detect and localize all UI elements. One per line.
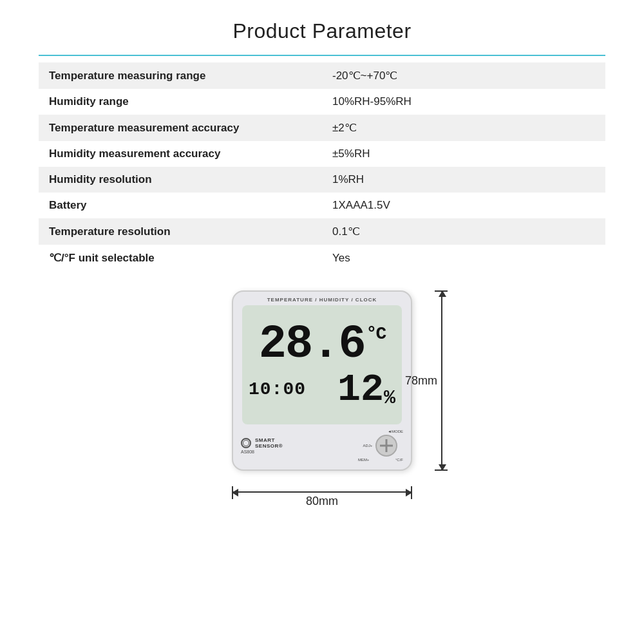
param-value: 1XAAA1.5V — [322, 193, 605, 218]
param-label: Humidity resolution — [39, 167, 322, 193]
cross-v — [386, 439, 388, 452]
table-row: Humidity resolution1%RH — [39, 167, 605, 193]
brand-name: SMARTSENSOR® — [255, 437, 283, 449]
brand-model: AS808 — [241, 450, 254, 454]
param-label: Temperature resolution — [39, 218, 322, 245]
param-label: ℃/°F unit selectable — [39, 245, 322, 271]
temp-display: 28.6°C — [259, 321, 385, 368]
param-label: Temperature measuring range — [39, 62, 322, 89]
table-row: Temperature resolution0.1℃ — [39, 218, 605, 245]
page-container: Product Parameter Temperature measuring … — [0, 0, 644, 644]
lcd-screen: 28.6°C 10:00 12% — [242, 305, 402, 424]
brand-area: SMARTSENSOR® AS808 — [241, 437, 283, 454]
temp-unit: °C — [366, 325, 386, 343]
mem-label: MEM+ — [358, 458, 370, 462]
param-value: 0.1℃ — [322, 218, 605, 245]
nav-cross[interactable] — [375, 434, 398, 457]
param-label: Humidity measurement accuracy — [39, 141, 322, 167]
nav-labels-bottom: MEM+ °C/F — [358, 458, 403, 462]
param-label: Temperature measurement accuracy — [39, 115, 322, 141]
divider — [39, 55, 605, 56]
table-row: Temperature measuring range-20℃~+70℃ — [39, 62, 605, 89]
nav-button-area: ◄MODE ADJ+ — [358, 430, 403, 462]
width-label: 80mm — [306, 495, 338, 508]
device-body: TEMPERATURE / HUMIDITY / CLOCK 28.6°C 10… — [232, 290, 412, 471]
param-value: ±5%RH — [322, 141, 605, 167]
device-wrapper: TEMPERATURE / HUMIDITY / CLOCK 28.6°C 10… — [232, 290, 412, 471]
table-row: Temperature measurement accuracy±2℃ — [39, 115, 605, 141]
tick-right — [411, 486, 412, 499]
param-value: ±2℃ — [322, 115, 605, 141]
params-table: Temperature measuring range-20℃~+70℃Humi… — [39, 62, 605, 271]
nav-circle — [375, 435, 397, 457]
param-value: -20℃~+70℃ — [322, 62, 605, 89]
adj-label: ADJ+ — [363, 444, 373, 448]
param-value: Yes — [322, 245, 605, 271]
tick-left — [232, 486, 233, 499]
height-label: 78mm — [405, 374, 437, 388]
humidity-unit: % — [384, 388, 395, 408]
param-label: Humidity range — [39, 89, 322, 115]
bottom-row: 10:00 12% — [249, 370, 395, 409]
param-label: Battery — [39, 193, 322, 218]
table-row: Battery1XAAA1.5V — [39, 193, 605, 218]
humidity-display: 12% — [337, 370, 395, 409]
arrow-top — [439, 290, 446, 297]
cf-label: °C/F — [395, 458, 403, 462]
table-row: Humidity measurement accuracy±5%RH — [39, 141, 605, 167]
time-display: 10:00 — [249, 379, 306, 399]
nav-labels-top: ◄MODE — [358, 430, 403, 433]
bottom-line — [232, 491, 412, 493]
brand-icon — [241, 438, 251, 448]
device-header-label: TEMPERATURE / HUMIDITY / CLOCK — [267, 297, 377, 303]
table-row: Humidity range10%RH-95%RH — [39, 89, 605, 115]
temp-value: 28.6 — [259, 321, 365, 368]
right-line — [441, 290, 442, 471]
dim-right: 78mm — [422, 290, 454, 471]
page-title: Product Parameter — [39, 19, 605, 43]
device-controls: SMARTSENSOR® AS808 ◄MODE ADJ+ — [233, 426, 411, 467]
arrow-bottom — [439, 464, 446, 471]
mode-label: ◄MODE — [388, 430, 403, 433]
table-row: ℃/°F unit selectableYes — [39, 245, 605, 271]
param-value: 10%RH-95%RH — [322, 89, 605, 115]
device-area: TEMPERATURE / HUMIDITY / CLOCK 28.6°C 10… — [39, 290, 605, 471]
humidity-value: 12 — [337, 370, 384, 409]
param-value: 1%RH — [322, 167, 605, 193]
